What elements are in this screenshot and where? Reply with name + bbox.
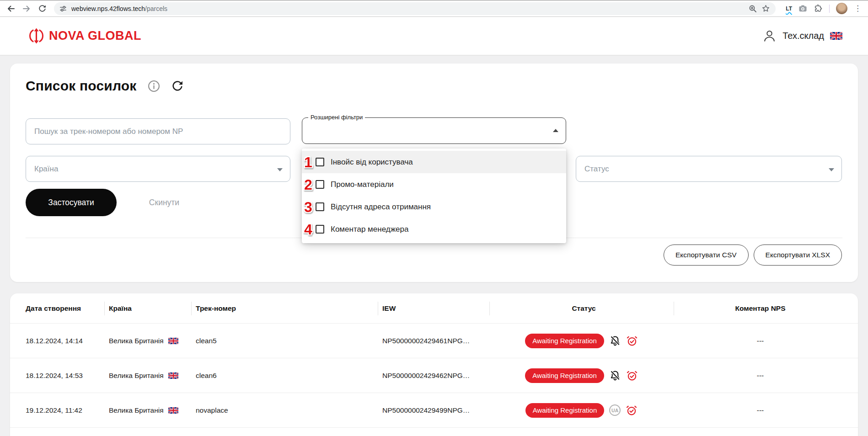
chevron-down-icon <box>829 168 834 171</box>
checkbox-icon[interactable] <box>316 225 324 234</box>
back-arrow-icon <box>6 4 16 13</box>
menu-item-label: Промо-матеріали <box>331 180 394 189</box>
refresh-icon <box>171 80 184 92</box>
language-flag-icon[interactable] <box>830 32 842 40</box>
export-csv-button[interactable]: Експортувати CSV <box>664 245 749 266</box>
cell-iew: NP50000002429499NPG… <box>378 406 489 415</box>
status-select[interactable]: Статус <box>576 156 842 182</box>
cell-country: Велика Британія <box>104 337 191 345</box>
search-field[interactable] <box>26 118 290 144</box>
cell-country: Велика Британія <box>104 372 191 380</box>
country-select[interactable]: Країна <box>26 156 290 182</box>
cell-created-date: 19.12.2024, 11:42 <box>26 406 104 415</box>
menu-item-filter-option[interactable]: 3 Відсутня адреса отримання <box>302 196 566 218</box>
menu-item-label: Відсутня адреса отримання <box>331 202 431 212</box>
status-placeholder: Статус <box>584 165 609 174</box>
menu-item-label: Інвойс від користувача <box>331 158 413 167</box>
brand-logo[interactable]: NOVA GLOBAL <box>28 28 141 44</box>
column-header: Дата створення <box>26 304 104 313</box>
reload-icon <box>38 4 47 13</box>
forward-arrow-icon <box>22 4 31 13</box>
browser-forward-button[interactable] <box>20 2 33 15</box>
browser-reload-button[interactable] <box>36 2 48 15</box>
cell-iew: NP50000002429462NPG… <box>378 372 489 380</box>
cell-created-date: 18.12.2024, 14:14 <box>26 337 104 345</box>
nova-global-logo-icon <box>28 28 44 44</box>
user-name: Тех.склад <box>782 31 824 41</box>
refresh-button[interactable] <box>171 80 184 92</box>
reset-button[interactable]: Скинути <box>134 189 194 216</box>
url-text: webview.nps.42flows.tech/parcels <box>71 5 744 12</box>
url-bar[interactable]: webview.nps.42flows.tech/parcels <box>54 2 776 15</box>
cell-status: Awaiting Registration UA <box>489 403 674 418</box>
table-header-row: Дата створенняКраїнаТрек-номерIEWСтатусК… <box>10 293 858 324</box>
status-badge: Awaiting Registration <box>525 368 604 383</box>
advanced-filters-menu: 1 Інвойс від користувача 2 Промо-матеріа… <box>302 149 566 243</box>
checkbox-icon[interactable] <box>316 180 324 189</box>
advanced-filters-label: Розширені фільтри <box>308 114 365 122</box>
apply-button[interactable]: Застосувати <box>26 189 117 216</box>
notifications-off-icon[interactable] <box>609 335 621 347</box>
alarm-check-icon[interactable] <box>626 404 638 416</box>
table-row[interactable]: 18.12.2024, 14:14 Велика Британія clean5… <box>10 324 858 358</box>
menu-item-label: Коментар менеджера <box>331 225 408 234</box>
notifications-off-icon[interactable] <box>609 370 621 382</box>
screen: webview.nps.42flows.tech/parcels LT ⋮ <box>0 0 868 436</box>
extensions-puzzle-icon[interactable] <box>814 4 823 13</box>
screenshot-extension-icon[interactable] <box>798 4 807 13</box>
cell-country: Велика Британія <box>104 406 191 415</box>
browser-extensions-area: LT ⋮ <box>781 3 863 14</box>
cell-iew: NP50000002429461NPG… <box>378 337 489 345</box>
menu-item-filter-option[interactable]: 4 Коментар менеджера <box>302 218 566 240</box>
app-header: NOVA GLOBAL Тех.склад <box>0 17 868 55</box>
zoom-icon[interactable] <box>749 5 757 13</box>
browser-menu-icon[interactable]: ⋮ <box>854 5 862 12</box>
parcel-table-card: Дата створенняКраїнаТрек-номерIEWСтатусК… <box>10 293 858 436</box>
cell-track-number: clean6 <box>191 372 378 380</box>
chevron-down-icon <box>277 168 283 171</box>
ua-badge-icon[interactable]: UA <box>609 404 621 416</box>
advanced-filters-select[interactable]: Розширені фільтри <box>302 117 566 144</box>
search-input[interactable] <box>34 127 282 136</box>
cell-track-number: novaplace <box>191 406 378 415</box>
browser-profile-avatar[interactable] <box>836 3 847 14</box>
column-header: IEW <box>378 304 489 313</box>
uk-flag-icon <box>168 407 178 414</box>
menu-item-filter-option[interactable]: 1 Інвойс від користувача <box>302 151 566 173</box>
annotation-hint-number: 2 <box>304 177 312 192</box>
status-badge: Awaiting Registration <box>525 334 604 348</box>
uk-flag-icon <box>168 372 178 379</box>
info-icon[interactable] <box>148 80 160 92</box>
alarm-check-icon[interactable] <box>626 370 638 382</box>
annotation-hint-number: 1 <box>304 155 312 170</box>
cell-status: Awaiting Registration UA <box>489 368 674 383</box>
user-menu[interactable]: Тех.склад <box>762 29 842 43</box>
page-title: Список посилок <box>26 78 137 94</box>
menu-item-filter-option[interactable]: 2 Промо-матеріали <box>302 173 566 196</box>
export-xlsx-button[interactable]: Експортувати XLSX <box>754 245 842 266</box>
cell-created-date: 18.12.2024, 14:53 <box>26 372 104 380</box>
browser-back-button[interactable] <box>5 2 17 15</box>
column-header: Статус <box>489 304 674 313</box>
checkbox-icon[interactable] <box>316 202 324 211</box>
column-header: Трек-номер <box>191 304 378 313</box>
table-row[interactable]: 19.12.2024, 11:42 Велика Британія novapl… <box>10 393 858 428</box>
alarm-check-icon[interactable] <box>626 335 638 347</box>
bookmark-star-icon[interactable] <box>761 4 770 13</box>
cell-status: Awaiting Registration UA <box>489 334 674 348</box>
cell-track-number: clean5 <box>191 337 378 345</box>
table-row[interactable]: 18.12.2024, 14:53 Велика Британія clean6… <box>10 358 858 393</box>
country-placeholder: Країна <box>34 165 58 174</box>
status-badge: Awaiting Registration <box>525 403 605 418</box>
cell-nps-comment: --- <box>674 337 842 345</box>
languagetool-extension-icon[interactable]: LT <box>786 5 792 12</box>
site-settings-icon[interactable] <box>59 5 67 12</box>
uk-flag-icon <box>168 338 178 344</box>
column-header: Країна <box>104 304 191 313</box>
cell-nps-comment: --- <box>674 372 842 380</box>
browser-toolbar: webview.nps.42flows.tech/parcels LT ⋮ <box>0 0 868 17</box>
parcel-table-body: 18.12.2024, 14:14 Велика Британія clean5… <box>10 324 858 428</box>
annotation-hint-number: 3 <box>304 200 312 214</box>
checkbox-icon[interactable] <box>316 158 324 166</box>
column-header: Коментар NPS <box>674 304 842 313</box>
